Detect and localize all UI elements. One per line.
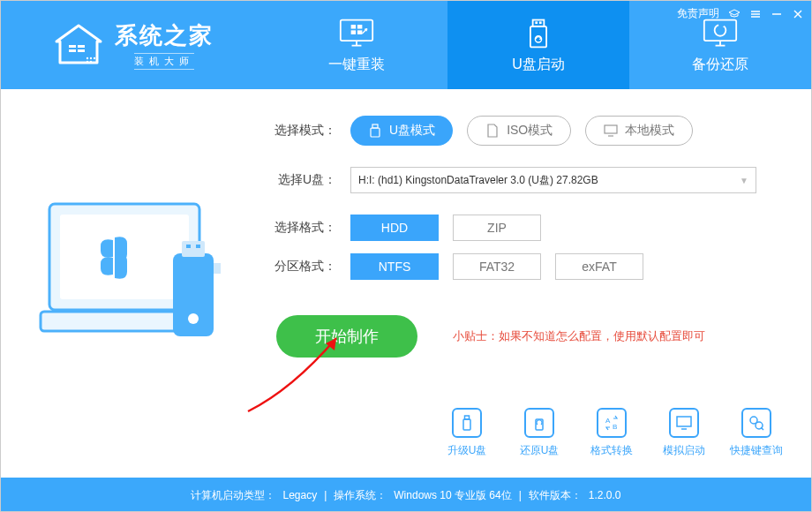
svg-rect-2 [69,49,76,52]
format-row: 选择格式： HDD ZIP [266,215,776,241]
qa-label: 快捷键查询 [730,443,783,458]
tab-label: 一键重装 [328,56,385,74]
mode-local-button[interactable]: 本地模式 [585,116,693,146]
qa-restore-usb[interactable]: 还原U盘 [511,408,568,458]
usb-icon [368,124,382,138]
svg-rect-19 [539,21,542,24]
usb-select-row: 选择U盘： H:I: (hd1) KingstonDataTraveler 3.… [266,167,776,193]
os-value: Windows 10 专业版 64位 [394,488,511,503]
mode-iso-button[interactable]: ISO模式 [467,116,571,146]
mode-label: 选择模式： [266,123,336,139]
boot-type-label: 计算机启动类型： [191,488,275,503]
window-controls: 免责声明 [677,6,804,21]
chevron-down-icon: ▼ [740,176,748,185]
disclaimer-link[interactable]: 免责声明 [677,6,719,21]
svg-point-7 [86,61,88,63]
os-label: 操作系统： [334,488,387,503]
tab-reinstall[interactable]: 一键重装 [266,1,447,89]
start-button[interactable]: 开始制作 [276,315,417,358]
mode-label-text: U盘模式 [389,123,435,139]
usb-selected-value: H:I: (hd1) KingstonDataTraveler 3.0 (U盘)… [358,173,598,188]
tab-label: 备份还原 [692,56,748,74]
close-icon[interactable] [792,8,804,20]
svg-rect-3 [78,49,85,52]
format-convert-icon: AB [597,408,627,438]
svg-rect-13 [357,25,362,29]
svg-rect-42 [371,128,380,137]
mode-label-text: 本地模式 [625,123,674,139]
svg-point-4 [86,57,88,59]
qa-format-convert[interactable]: AB 格式转换 [583,408,640,458]
format-zip-button[interactable]: ZIP [453,215,541,241]
svg-rect-14 [351,30,356,34]
svg-rect-46 [465,416,470,419]
svg-text:A: A [605,417,611,425]
qa-label: 升级U盘 [447,443,487,458]
svg-rect-21 [704,19,736,41]
partition-fat32-button[interactable]: FAT32 [453,253,541,280]
quick-actions: 升级U盘 还原U盘 AB 格式转换 模拟启动 快捷键查询 [439,408,785,458]
svg-point-6 [94,57,95,59]
restore-usb-icon [524,408,554,438]
mode-usb-button[interactable]: U盘模式 [350,116,453,146]
svg-rect-9 [341,19,372,41]
tab-label: U盘启动 [512,56,565,74]
svg-point-5 [90,57,92,59]
menu-icon[interactable] [749,8,762,20]
backup-icon [703,17,738,50]
svg-rect-15 [357,30,362,34]
qa-hotkey-lookup[interactable]: 快捷键查询 [728,408,785,458]
svg-rect-18 [535,21,538,24]
iso-file-icon [485,124,500,138]
start-row: 开始制作 小贴士：如果不知道怎么配置，使用默认配置即可 [266,315,776,358]
qa-label: 模拟启动 [663,443,705,458]
qa-simulate-boot[interactable]: 模拟启动 [656,408,712,458]
version-label: 软件版本： [529,488,582,503]
svg-rect-39 [196,245,200,248]
boot-type-value: Legacy [282,489,317,501]
minimize-icon[interactable] [771,8,783,20]
reinstall-icon [339,17,374,50]
tip-text: 小贴士：如果不知道怎么配置，使用默认配置即可 [453,328,705,344]
laptop-usb-illustration-icon [32,195,235,372]
svg-point-40 [188,313,199,324]
svg-rect-41 [372,124,378,128]
house-logo-icon [53,24,104,66]
svg-rect-12 [351,25,356,29]
svg-rect-50 [677,417,691,426]
monitor-icon [604,124,618,138]
version-value: 1.2.0.0 [589,489,621,501]
header: 系统之家 装机大师 一键重装 U盘启动 备份还原 免责声明 [1,1,811,89]
svg-rect-0 [69,45,76,48]
logo-area: 系统之家 装机大师 [1,1,266,89]
graduation-icon[interactable] [728,8,741,20]
svg-rect-16 [533,19,545,26]
illustration-panel [1,89,266,478]
qa-label: 格式转换 [590,443,633,458]
mode-row: 选择模式： U盘模式 ISO模式 本地模式 [266,116,776,146]
svg-text:B: B [613,423,617,431]
simulate-boot-icon [669,408,699,438]
footer: 计算机启动类型： Legacy | 操作系统： Windows 10 专业版 6… [1,478,811,512]
mode-label-text: ISO模式 [507,123,553,139]
qa-upgrade-usb[interactable]: 升级U盘 [439,408,495,458]
svg-line-54 [761,427,763,430]
svg-rect-38 [186,245,191,248]
hotkey-lookup-icon [741,408,771,438]
partition-label: 分区格式： [266,259,336,275]
svg-rect-37 [182,241,205,257]
format-label: 选择格式： [266,220,336,236]
qa-label: 还原U盘 [520,443,560,458]
svg-rect-45 [463,419,470,430]
tab-usb-boot[interactable]: U盘启动 [447,1,629,89]
usb-boot-icon [521,17,556,50]
partition-exfat-button[interactable]: exFAT [555,253,643,280]
svg-rect-43 [605,125,617,133]
usb-select-label: 选择U盘： [266,172,336,188]
upgrade-usb-icon [452,408,482,438]
logo-title: 系统之家 [115,20,214,51]
format-hdd-button[interactable]: HDD [350,215,439,241]
usb-dropdown[interactable]: H:I: (hd1) KingstonDataTraveler 3.0 (U盘)… [350,167,756,193]
partition-row: 分区格式： NTFS FAT32 exFAT [266,253,776,280]
partition-ntfs-button[interactable]: NTFS [350,253,439,280]
